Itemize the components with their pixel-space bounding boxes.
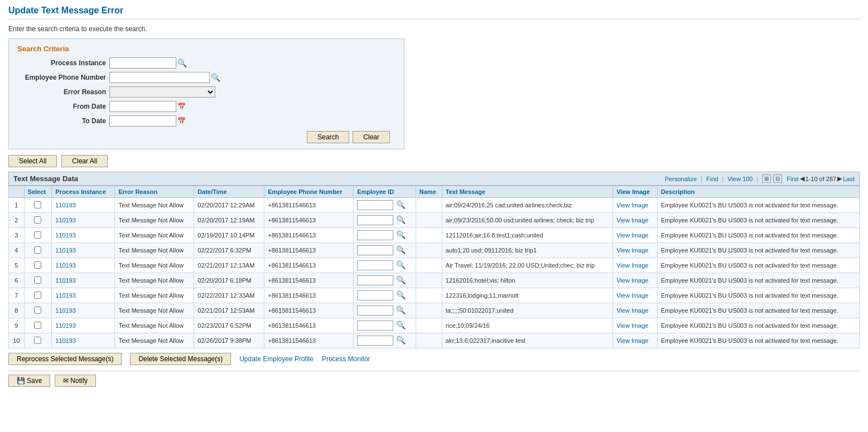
row-error-reason: Text Message Not Allow: [115, 333, 194, 348]
employee-id-input[interactable]: [357, 290, 393, 300]
row-description: Employee KU0021's BU US003 is not activa…: [657, 213, 859, 228]
row-checkbox[interactable]: [34, 276, 41, 284]
row-number: 7: [9, 288, 25, 303]
row-number: 4: [9, 243, 25, 258]
delete-button[interactable]: Delete Selected Message(s): [130, 353, 231, 365]
employee-id-search-icon[interactable]: 🔍: [395, 321, 407, 329]
col-text-message: Text Message: [442, 186, 613, 198]
employee-id-search-icon[interactable]: 🔍: [395, 215, 407, 224]
select-all-button[interactable]: Select All: [8, 155, 57, 167]
reprocess-button[interactable]: Reprocess Selected Message(s): [8, 353, 122, 365]
employee-id-input[interactable]: [357, 245, 393, 255]
employee-id-input[interactable]: [357, 230, 393, 240]
view-image-link[interactable]: View Image: [616, 262, 648, 269]
row-employee-id-cell: 🔍: [354, 333, 416, 348]
process-instance-link[interactable]: 110193: [55, 307, 76, 314]
process-instance-link[interactable]: 110193: [55, 247, 76, 254]
employee-id-input[interactable]: [357, 215, 393, 225]
view-image-link[interactable]: View Image: [616, 232, 648, 239]
clear-button[interactable]: Clear: [353, 131, 390, 143]
employee-id-input[interactable]: [357, 321, 393, 331]
row-number: 1: [9, 198, 25, 213]
personalize-link[interactable]: Personalize: [665, 176, 697, 182]
row-process-instance: 110193: [52, 288, 115, 303]
process-instance-link[interactable]: 110193: [55, 292, 76, 299]
grid-view-button[interactable]: ⊞: [762, 174, 771, 183]
employee-id-search-icon[interactable]: 🔍: [395, 305, 407, 314]
view-image-link[interactable]: View Image: [616, 247, 648, 254]
row-text-message: air;09/24/2016;25 cad;united airlines;ch…: [442, 198, 613, 213]
row-checkbox[interactable]: [34, 216, 41, 224]
process-instance-search-icon[interactable]: 🔍: [176, 59, 188, 67]
notify-button[interactable]: ✉ Notify: [55, 375, 96, 387]
search-button[interactable]: Search: [307, 131, 349, 143]
view-image-link[interactable]: View Image: [616, 292, 648, 299]
row-employee-phone: +8613811546613: [264, 273, 354, 288]
to-date-input[interactable]: [109, 115, 176, 127]
from-date-calendar-icon[interactable]: 📅: [177, 103, 186, 110]
process-instance-link[interactable]: 110193: [55, 262, 76, 269]
export-button[interactable]: ⊟: [773, 174, 782, 183]
employee-id-search-icon[interactable]: 🔍: [395, 275, 407, 284]
row-datetime: 02/19/2017 10:14PM: [194, 228, 264, 243]
employee-id-input[interactable]: [357, 260, 393, 270]
row-datetime: 02/20/2017 6:18PM: [194, 273, 264, 288]
process-instance-link[interactable]: 110193: [55, 277, 76, 284]
employee-id-search-icon[interactable]: 🔍: [395, 230, 407, 239]
employee-id-search-icon[interactable]: 🔍: [395, 245, 407, 254]
process-instance-link[interactable]: 110193: [55, 217, 76, 224]
view-image-link[interactable]: View Image: [616, 202, 648, 208]
row-checkbox[interactable]: [34, 322, 41, 329]
employee-id-search-icon[interactable]: 🔍: [395, 200, 407, 209]
save-button[interactable]: 💾 Save: [8, 375, 50, 387]
view-image-link[interactable]: View Image: [616, 337, 648, 344]
row-datetime: 02/22/2017 12:33AM: [194, 288, 264, 303]
process-instance-label: Process Instance: [17, 59, 109, 67]
row-datetime: 02/22/2017 6:32PM: [194, 243, 264, 258]
process-instance-link[interactable]: 110193: [55, 202, 76, 208]
process-monitor-link[interactable]: Process Monitor: [322, 355, 370, 363]
row-process-instance: 110193: [52, 273, 115, 288]
row-checkbox[interactable]: [34, 337, 41, 344]
row-description: Employee KU0021's BU US003 is not activa…: [657, 303, 859, 318]
process-instance-link[interactable]: 110193: [55, 322, 76, 329]
error-reason-select[interactable]: Text Message Not Allow: [109, 86, 215, 98]
process-instance-link[interactable]: 110193: [55, 232, 76, 239]
process-instance-link[interactable]: 110193: [55, 337, 76, 344]
row-employee-phone: +8613811546613: [264, 303, 354, 318]
to-date-calendar-icon[interactable]: 📅: [177, 117, 186, 125]
row-checkbox[interactable]: [34, 261, 41, 269]
employee-id-search-icon[interactable]: 🔍: [395, 290, 407, 299]
employee-phone-input[interactable]: [109, 72, 210, 83]
view-image-link[interactable]: View Image: [616, 217, 648, 224]
col-view-image: View Image: [613, 186, 658, 198]
first-link[interactable]: First: [787, 176, 798, 182]
row-name: [416, 258, 442, 273]
view-image-link[interactable]: View Image: [616, 307, 648, 314]
last-link[interactable]: Last: [843, 176, 855, 182]
row-number: 8: [9, 303, 25, 318]
process-instance-input[interactable]: [109, 57, 176, 69]
row-number: 2: [9, 213, 25, 228]
employee-id-search-icon[interactable]: 🔍: [395, 336, 407, 344]
from-date-input[interactable]: [109, 101, 176, 112]
row-checkbox[interactable]: [34, 201, 41, 208]
employee-id-input[interactable]: [357, 275, 393, 285]
employee-id-search-icon[interactable]: 🔍: [395, 260, 407, 269]
find-link[interactable]: Find: [706, 176, 718, 182]
employee-id-input[interactable]: [357, 336, 393, 346]
row-checkbox[interactable]: [34, 246, 41, 254]
view-image-link[interactable]: View Image: [616, 277, 648, 284]
update-employee-profile-link[interactable]: Update Employee Profile: [239, 355, 314, 363]
row-checkbox[interactable]: [34, 307, 41, 314]
row-checkbox[interactable]: [34, 231, 41, 239]
employee-phone-search-icon[interactable]: 🔍: [210, 73, 221, 82]
view-image-link[interactable]: View Image: [616, 322, 648, 329]
row-checkbox[interactable]: [34, 292, 41, 299]
employee-id-input[interactable]: [357, 305, 393, 315]
view-link[interactable]: View 100: [727, 176, 753, 182]
clear-all-button[interactable]: Clear All: [61, 155, 108, 167]
row-datetime: 02/20/2017 12:29AM: [194, 198, 264, 213]
employee-id-input[interactable]: [357, 200, 393, 210]
row-text-message: Air Travel; 11/19/2016; 22.00 USD;United…: [442, 258, 613, 273]
